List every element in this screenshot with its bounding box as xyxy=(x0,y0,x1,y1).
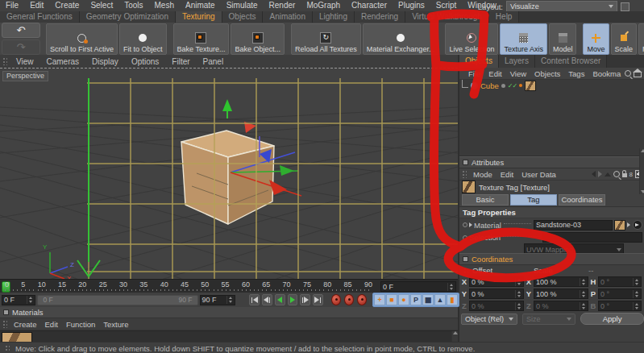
scroll-to-first-active-button[interactable]: Scroll to First Active xyxy=(46,23,118,55)
objmenu-edit[interactable]: Edit xyxy=(484,69,505,78)
rotate-tool-button[interactable]: ↻ Rotate xyxy=(638,23,644,55)
rotation-h-field[interactable]: 0 ° xyxy=(598,276,642,287)
phong-tag-icon[interactable] xyxy=(519,84,522,87)
vpmenu-cameras[interactable]: Cameras xyxy=(40,57,86,66)
scale-x-field[interactable]: 100 % xyxy=(534,276,588,287)
mgrtab-content-browser[interactable]: Content Browser xyxy=(535,55,607,68)
menu-mesh[interactable]: Mesh xyxy=(149,0,180,11)
history-back-icon[interactable] xyxy=(592,171,596,177)
spinner[interactable] xyxy=(633,302,639,310)
objmenu-objects[interactable]: Objects xyxy=(530,69,564,78)
menu-script[interactable]: Script xyxy=(430,0,463,11)
play-forwards-button[interactable] xyxy=(288,294,298,305)
mode-dropdown[interactable]: Object (Rel) xyxy=(461,314,517,325)
menu-character[interactable]: Character xyxy=(346,0,393,11)
scale-z-field[interactable]: 0 % xyxy=(534,301,588,311)
bake-texture-button[interactable]: Bake Texture... xyxy=(173,23,230,55)
previous-frame-button[interactable] xyxy=(262,294,272,305)
record-pla-toggle[interactable]: ▦ xyxy=(422,294,434,305)
spinner[interactable] xyxy=(580,278,586,286)
object-name[interactable]: Cube xyxy=(480,81,499,90)
vpmenu-options[interactable]: Options xyxy=(125,57,165,66)
menu-mograph[interactable]: MoGraph xyxy=(301,0,346,11)
vpmenu-display[interactable]: Display xyxy=(85,57,125,66)
menu-create[interactable]: Create xyxy=(49,0,85,11)
keyframe-selection-button[interactable] xyxy=(357,294,367,305)
matmenu-edit[interactable]: Edit xyxy=(41,320,62,329)
layer-dot-icon[interactable] xyxy=(501,84,505,88)
material-exchanger-button[interactable]: Material Exchanger... xyxy=(363,23,439,55)
record-active-objects-button[interactable] xyxy=(331,294,341,305)
spinner[interactable] xyxy=(515,302,521,310)
offset-z-field[interactable]: 0 % xyxy=(469,301,524,311)
mgrtab-objects[interactable]: Objects xyxy=(459,55,499,68)
menu-plugins[interactable]: Plugins xyxy=(393,0,430,11)
attrmenu-edit[interactable]: Edit xyxy=(497,170,517,179)
undo-button[interactable]: ↶ xyxy=(2,23,40,38)
spinner[interactable] xyxy=(447,283,454,291)
vpmenu-filter[interactable]: Filter xyxy=(165,57,196,66)
matmenu-texture[interactable]: Texture xyxy=(99,320,132,329)
record-scale-toggle[interactable]: ■ xyxy=(386,294,397,305)
matmenu-create[interactable]: Create xyxy=(10,320,41,329)
search-icon[interactable] xyxy=(625,70,631,77)
cmdtab-help[interactable]: Help xyxy=(489,11,520,23)
menu-animate[interactable]: Animate xyxy=(180,0,221,11)
lock-icon[interactable] xyxy=(622,173,627,177)
goto-start-button[interactable] xyxy=(249,294,260,305)
texture-tag-icon[interactable] xyxy=(525,81,536,91)
record-position-toggle[interactable]: + xyxy=(374,294,385,305)
material-picker-icon[interactable] xyxy=(633,220,642,230)
spinner[interactable] xyxy=(515,278,521,286)
objmenu-file[interactable]: File xyxy=(464,69,484,78)
menu-edit[interactable]: Edit xyxy=(24,0,49,11)
attributes-header[interactable]: Attributes xyxy=(459,156,644,168)
materials-header[interactable]: Materials xyxy=(0,307,458,318)
preview-range-slider[interactable]: 0 F 90 F xyxy=(37,295,197,305)
spinner[interactable] xyxy=(633,278,639,286)
attrmenu-mode[interactable]: Mode xyxy=(469,170,497,179)
history-forward-icon[interactable] xyxy=(598,171,602,177)
spinner[interactable] xyxy=(580,302,586,310)
menu-file[interactable]: File xyxy=(0,0,24,11)
attrmenu-user-data[interactable]: User Data xyxy=(517,170,560,179)
ruler-frame-field[interactable]: 0 F xyxy=(380,281,456,292)
autokeying-button[interactable] xyxy=(344,294,354,305)
cmdtab-animation[interactable]: Animation xyxy=(263,11,312,23)
cmdtab-virtual-walkthrough[interactable]: Virtual Walkthrough xyxy=(405,11,489,23)
link-icon[interactable]: 8 xyxy=(629,171,633,178)
material-link-field[interactable]: Sandstone-03 xyxy=(534,220,613,230)
matmenu-function[interactable]: Function xyxy=(62,320,99,329)
offset-y-field[interactable]: 0 % xyxy=(469,289,524,299)
next-frame-button[interactable] xyxy=(300,294,310,305)
scale-y-field[interactable]: 100 % xyxy=(534,289,588,299)
spinner[interactable] xyxy=(633,290,639,298)
menu-select[interactable]: Select xyxy=(85,0,118,11)
objmenu-bookma[interactable]: Bookma xyxy=(588,69,625,78)
goto-end-button[interactable] xyxy=(313,294,323,305)
offset-x-field[interactable]: 0 % xyxy=(469,276,524,287)
attributes-scrollbar[interactable] xyxy=(639,148,644,194)
apply-button[interactable]: Apply xyxy=(580,313,644,325)
spinner[interactable] xyxy=(226,296,233,304)
selection-field[interactable] xyxy=(542,232,642,243)
scroll-down-icon[interactable] xyxy=(641,190,644,193)
vpmenu-view[interactable]: View xyxy=(10,57,40,66)
objmenu-view[interactable]: View xyxy=(506,69,530,78)
mgrtab-layers[interactable]: Layers xyxy=(499,55,535,68)
spinner[interactable] xyxy=(27,296,33,304)
objmenu-tags[interactable]: Tags xyxy=(564,69,588,78)
projection-dropdown[interactable]: UVW Mapping xyxy=(524,243,624,253)
expand-icon[interactable] xyxy=(469,222,472,227)
cmdtab-general-functions[interactable]: General Functions xyxy=(0,11,80,23)
keyframe-mode-toggle[interactable]: ▲ xyxy=(434,294,446,305)
cmdtab-rendering[interactable]: Rendering xyxy=(355,11,405,23)
cmdtab-texturing[interactable]: Texturing xyxy=(176,11,222,23)
play-backwards-button[interactable] xyxy=(275,294,285,305)
material-thumbnail[interactable] xyxy=(614,220,625,230)
search-icon[interactable] xyxy=(613,171,620,177)
scroll-up-icon[interactable] xyxy=(641,149,644,152)
rotation-b-field[interactable]: 0 ° xyxy=(598,301,642,311)
texture-axis-button[interactable]: Texture Axis xyxy=(500,23,547,55)
scroll-up-icon[interactable] xyxy=(453,331,458,334)
